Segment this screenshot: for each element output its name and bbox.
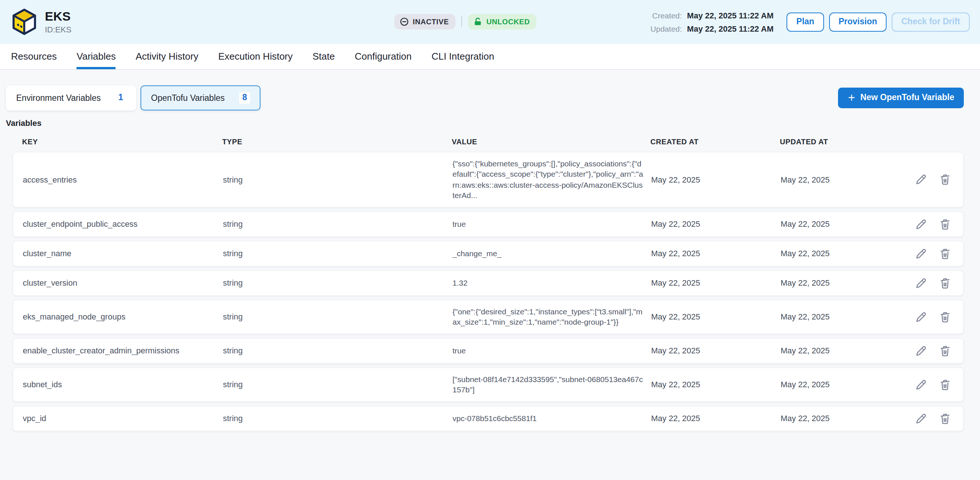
variable-type-subtabs: Environment Variables 1 OpenTofu Variabl… [6,85,261,110]
variable-updated-at: May 22, 2025 [781,219,898,228]
delete-variable-button[interactable] [939,247,951,260]
subtab-label: OpenTofu Variables [151,94,225,102]
column-header-value: VALUE [452,138,651,146]
trash-icon [939,247,951,260]
pencil-icon [915,344,928,357]
variable-type: string [223,414,452,423]
trash-icon [939,310,951,323]
variable-value: vpc-078b51c6cbc5581f1 [452,413,650,424]
updated-value: May 22, 2025 11:22 AM [687,24,774,33]
new-variable-button-label: New OpenTofu Variable [861,93,954,103]
variable-created-at: May 22, 2025 [651,278,781,287]
delete-variable-button[interactable] [939,310,951,323]
table-row: subnet_ids string ["subnet-08f14e7142d33… [13,367,964,402]
delete-variable-button[interactable] [939,173,951,186]
delete-variable-button[interactable] [939,412,951,424]
column-header-updated-at: UPDATED AT [780,138,897,146]
subtab-label: Environment Variables [16,94,101,102]
trash-icon [939,173,951,186]
edit-variable-button[interactable] [915,310,928,323]
pencil-icon [915,247,928,260]
delete-variable-button[interactable] [939,276,951,289]
variable-value: 1.32 [452,277,650,288]
variables-content: Environment Variables 1 OpenTofu Variabl… [0,70,980,431]
variable-type: string [223,175,452,184]
edit-variable-button[interactable] [915,247,928,260]
edit-variable-button[interactable] [915,173,928,186]
tab-execution-history[interactable]: Execution History [218,44,293,69]
delete-variable-button[interactable] [939,344,951,357]
subtab-environment-variables[interactable]: Environment Variables 1 [6,85,137,110]
created-label: Created: [651,11,682,20]
plan-button[interactable]: Plan [787,13,824,32]
environment-header: EKS ID:EKS INACTIVE UNLOCKED Created: Ma… [0,0,980,44]
variable-type: string [223,249,452,258]
table-row: access_entries string {"sso":{"kubernete… [13,151,964,207]
variable-value: _change_me_ [452,248,650,259]
edit-variable-button[interactable] [915,412,928,424]
unlock-icon [473,17,483,27]
variable-value: true [452,345,650,356]
subtab-count-badge: 8 [239,92,250,104]
table-row: cluster_endpoint_public_access string tr… [13,211,964,237]
table-row: eks_managed_node_groups string {"one":{"… [13,299,964,334]
plus-icon [848,94,856,102]
delete-variable-button[interactable] [939,218,951,230]
pencil-icon [915,276,928,289]
created-updated-meta: Created: May 22, 2025 11:22 AM Updated: … [651,11,774,33]
table-row: vpc_id string vpc-078b51c6cbc5581f1 May … [13,405,964,431]
variable-updated-at: May 22, 2025 [781,312,898,321]
tab-activity-history[interactable]: Activity History [136,44,198,69]
tab-cli-integration[interactable]: CLI Integration [431,44,495,69]
trash-icon [939,344,951,357]
edit-variable-button[interactable] [915,378,928,391]
variable-updated-at: May 22, 2025 [781,414,898,423]
tab-resources[interactable]: Resources [11,44,57,69]
provision-button[interactable]: Provision [829,13,886,32]
edit-variable-button[interactable] [915,218,928,230]
edit-variable-button[interactable] [915,344,928,357]
variables-section-title: Variables [6,118,980,128]
variable-key: eks_managed_node_groups [23,312,223,321]
table-row: cluster_version string 1.32 May 22, 2025… [13,270,964,296]
check-for-drift-button[interactable]: Check for Drift [892,13,970,32]
header-actions: Plan Provision Check for Drift [787,13,970,32]
variable-updated-at: May 22, 2025 [781,346,898,355]
opentofu-cube-icon [10,8,38,36]
subtab-opentofu-variables[interactable]: OpenTofu Variables 8 [141,85,261,110]
edit-variable-button[interactable] [915,276,928,289]
status-badges: INACTIVE UNLOCKED [395,14,536,29]
environment-page: EKS ID:EKS INACTIVE UNLOCKED Created: Ma… [0,0,980,480]
tab-variables[interactable]: Variables [76,44,116,69]
variable-type: string [223,278,452,287]
delete-variable-button[interactable] [939,378,951,391]
tab-configuration[interactable]: Configuration [355,44,412,69]
variable-updated-at: May 22, 2025 [781,278,898,287]
variable-key: enable_cluster_creator_admin_permissions [23,346,223,355]
minus-circle-icon [399,17,409,27]
variable-created-at: May 22, 2025 [651,249,781,258]
variable-key: access_entries [23,175,223,184]
environment-id: ID:EKS [45,26,72,34]
page-title: EKS [45,10,72,24]
variable-key: cluster_endpoint_public_access [23,219,223,228]
status-badge-unlocked: UNLOCKED [468,14,536,29]
variable-created-at: May 22, 2025 [651,346,781,355]
variable-type: string [223,346,452,355]
variable-created-at: May 22, 2025 [651,219,781,228]
column-header-type: TYPE [222,138,452,146]
created-value: May 22, 2025 11:22 AM [687,11,774,20]
status-badge-label: INACTIVE [413,18,449,26]
trash-icon [939,378,951,391]
pencil-icon [915,310,928,323]
variable-updated-at: May 22, 2025 [781,175,898,184]
column-header-created-at: CREATED AT [651,138,780,146]
variable-key: cluster_version [23,278,223,287]
variable-value: true [452,218,650,229]
variables-table: KEY TYPE VALUE CREATED AT UPDATED AT acc… [13,128,964,431]
tab-state[interactable]: State [313,44,335,69]
new-opentofu-variable-button[interactable]: New OpenTofu Variable [838,88,964,108]
column-header-key: KEY [22,138,222,146]
variable-updated-at: May 22, 2025 [781,380,898,389]
variable-value: ["subnet-08f14e7142d333595","subnet-0680… [452,374,650,395]
